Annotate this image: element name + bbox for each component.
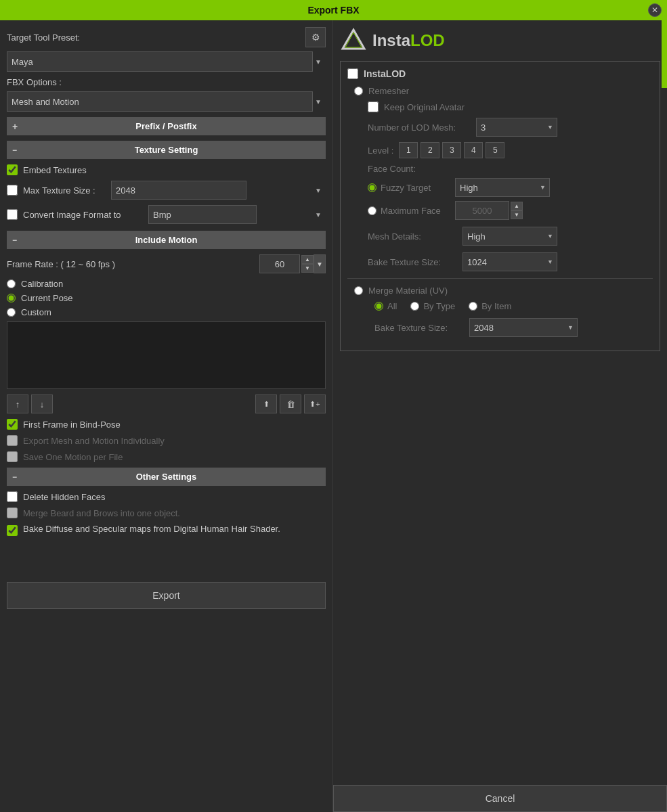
calibration-label: Calibration bbox=[21, 279, 63, 289]
delete-hidden-faces-row: Delete Hidden Faces bbox=[7, 491, 326, 502]
right-bottom-row: Cancel bbox=[333, 785, 667, 812]
level-1-button[interactable]: 1 bbox=[399, 142, 418, 158]
gear-button[interactable]: ⚙ bbox=[305, 27, 326, 47]
by-type-label: By Type bbox=[423, 301, 455, 311]
bake-texture-size-select-wrap: 1024 512 2048 4096 bbox=[462, 252, 557, 271]
bake-texture-size-merge-row: Bake Texture Size: 2048 512 1024 4096 bbox=[374, 318, 653, 337]
add-motion-button[interactable]: ⬆+ bbox=[304, 394, 326, 413]
frame-rate-input[interactable] bbox=[259, 254, 300, 273]
maximum-face-radio[interactable] bbox=[368, 206, 376, 215]
max-texture-select[interactable]: 2048 512 1024 4096 bbox=[111, 181, 246, 200]
keep-original-row: Keep Original Avatar bbox=[368, 102, 653, 112]
convert-image-select[interactable]: Bmp Png Jpg Tga bbox=[148, 205, 257, 224]
include-motion-header[interactable]: − Include Motion bbox=[7, 231, 326, 249]
right-green-bar bbox=[662, 20, 667, 88]
frame-rate-input-wrap: ▲ ▼ ▼ bbox=[259, 254, 326, 273]
move-up-button[interactable]: ↑ bbox=[7, 394, 28, 413]
by-item-label: By Item bbox=[481, 301, 511, 311]
left-panel: Target Tool Preset: ⚙ Maya 3ds Max Unity… bbox=[0, 20, 333, 812]
max-face-down-btn[interactable]: ▼ bbox=[511, 210, 523, 219]
max-texture-size-row: Max Texture Size : 2048 512 1024 4096 bbox=[7, 181, 326, 200]
fbx-options-select[interactable]: Mesh and Motion Mesh Only Motion Only bbox=[7, 91, 313, 112]
export-button[interactable]: Export bbox=[7, 582, 326, 609]
other-settings-collapse-icon: − bbox=[12, 472, 17, 482]
custom-row: Custom bbox=[7, 307, 326, 317]
export-mesh-motion-label: Export Mesh and Motion Individually bbox=[23, 436, 165, 446]
frame-rate-dropdown-btn[interactable]: ▼ bbox=[314, 254, 326, 273]
texture-setting-collapse-icon: − bbox=[12, 145, 17, 155]
delete-hidden-faces-label: Delete Hidden Faces bbox=[23, 492, 105, 502]
export-mesh-motion-checkbox[interactable] bbox=[7, 435, 18, 446]
all-label: All bbox=[387, 301, 397, 311]
merge-material-radio[interactable] bbox=[354, 286, 363, 295]
frame-rate-label: Frame Rate : ( 12 ~ 60 fps ) bbox=[7, 259, 259, 269]
delete-motion-button[interactable]: 🗑 bbox=[280, 394, 301, 413]
level-2-button[interactable]: 2 bbox=[421, 142, 439, 158]
delete-hidden-faces-checkbox[interactable] bbox=[7, 491, 18, 502]
level-5-button[interactable]: 5 bbox=[486, 142, 504, 158]
include-motion-collapse-icon: − bbox=[12, 235, 17, 245]
texture-setting-header[interactable]: − Texture Setting bbox=[7, 141, 326, 159]
right-panel: InstaLOD InstaLOD Remesher Keep Original… bbox=[333, 20, 667, 812]
merge-beard-checkbox[interactable] bbox=[7, 508, 18, 518]
by-type-radio-item: By Type bbox=[410, 301, 455, 311]
custom-label: Custom bbox=[21, 307, 51, 317]
frame-rate-up-btn[interactable]: ▲ bbox=[301, 255, 314, 264]
prefix-postfix-header[interactable]: + Prefix / Postfix bbox=[7, 117, 326, 135]
target-tool-select[interactable]: Maya 3ds Max Unity Unreal bbox=[7, 51, 313, 72]
calibration-radio[interactable] bbox=[7, 279, 16, 288]
save-one-motion-checkbox[interactable] bbox=[7, 451, 18, 462]
mesh-details-select[interactable]: High Low Medium Ultra bbox=[462, 227, 557, 246]
by-item-radio-item: By Item bbox=[469, 301, 511, 311]
keep-original-checkbox[interactable] bbox=[368, 102, 379, 112]
fuzzy-target-select[interactable]: High Low Medium Ultra bbox=[455, 178, 550, 197]
max-texture-checkbox[interactable] bbox=[7, 185, 18, 196]
num-lod-row: Number of LOD Mesh: 3 1 2 4 5 bbox=[368, 118, 653, 137]
bottom-buttons: Export bbox=[7, 582, 326, 609]
calibration-row: Calibration bbox=[7, 279, 326, 289]
remesher-radio[interactable] bbox=[354, 87, 363, 95]
embed-textures-checkbox[interactable] bbox=[7, 164, 18, 175]
frame-rate-spin-btns: ▲ ▼ bbox=[301, 255, 314, 273]
bake-texture-size-select[interactable]: 1024 512 2048 4096 bbox=[462, 252, 557, 271]
instalod-panel: InstaLOD Remesher Keep Original Avatar N… bbox=[340, 61, 660, 351]
by-type-radio[interactable] bbox=[410, 302, 419, 311]
motion-list bbox=[7, 321, 326, 389]
move-down-button[interactable]: ↓ bbox=[31, 394, 53, 413]
max-face-up-btn[interactable]: ▲ bbox=[511, 202, 523, 210]
merge-material-header: Merge Material (UV) bbox=[354, 286, 653, 296]
cancel-button[interactable]: Cancel bbox=[333, 785, 667, 812]
mesh-details-row: Mesh Details: High Low Medium Ultra bbox=[368, 227, 653, 246]
fuzzy-target-row: Fuzzy Target High Low Medium Ultra bbox=[368, 178, 653, 197]
level-4-button[interactable]: 4 bbox=[464, 142, 483, 158]
current-pose-label: Current Pose bbox=[21, 293, 73, 303]
max-texture-label: Max Texture Size : bbox=[23, 185, 111, 196]
frame-rate-down-btn[interactable]: ▼ bbox=[301, 264, 314, 273]
save-one-motion-label: Save One Motion per File bbox=[23, 452, 123, 462]
maximum-face-label: Maximum Face bbox=[381, 206, 455, 216]
other-settings-header[interactable]: − Other Settings bbox=[7, 468, 326, 486]
fuzzy-target-radio[interactable] bbox=[368, 183, 376, 192]
instalod-checkbox[interactable] bbox=[347, 68, 358, 79]
current-pose-radio[interactable] bbox=[7, 294, 16, 302]
divider bbox=[347, 278, 653, 279]
all-radio[interactable] bbox=[374, 302, 383, 311]
custom-radio[interactable] bbox=[7, 308, 16, 317]
level-3-button[interactable]: 3 bbox=[442, 142, 461, 158]
num-lod-select[interactable]: 3 1 2 4 5 bbox=[476, 118, 557, 137]
maximum-face-input[interactable] bbox=[455, 201, 509, 220]
bake-diffuse-checkbox[interactable] bbox=[7, 525, 18, 536]
prefix-postfix-label: Prefix / Postfix bbox=[135, 121, 196, 131]
close-button[interactable]: ✕ bbox=[648, 3, 662, 17]
motion-toolbar: ↑ ↓ ⬆ 🗑 ⬆+ bbox=[7, 394, 326, 413]
merge-material-section: Merge Material (UV) All By Type By Item bbox=[354, 286, 653, 337]
maximum-face-row: Maximum Face ▲ ▼ bbox=[368, 201, 653, 220]
first-frame-checkbox[interactable] bbox=[7, 419, 18, 430]
num-lod-label: Number of LOD Mesh: bbox=[368, 122, 476, 133]
bake-texture-size-merge-select[interactable]: 2048 512 1024 4096 bbox=[469, 318, 578, 337]
convert-image-checkbox[interactable] bbox=[7, 209, 18, 220]
by-item-radio[interactable] bbox=[469, 302, 477, 311]
remesher-row: Remesher bbox=[354, 86, 653, 96]
export-motion-button[interactable]: ⬆ bbox=[255, 394, 277, 413]
main-layout: Target Tool Preset: ⚙ Maya 3ds Max Unity… bbox=[0, 20, 667, 812]
